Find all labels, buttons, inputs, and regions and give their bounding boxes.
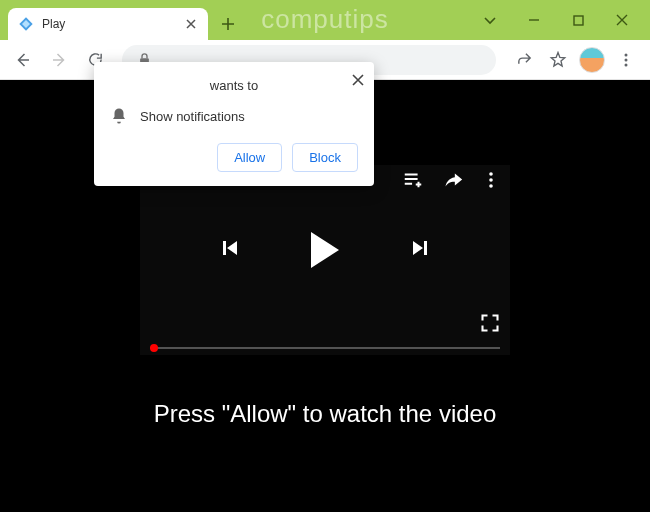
toolbar-right [508,44,642,76]
forward-button[interactable] [44,45,74,75]
svg-rect-0 [574,16,583,25]
avatar-icon [579,47,605,73]
titlebar: computips Play [0,0,650,40]
dialog-actions: Allow Block [110,143,358,172]
previous-track-icon[interactable] [217,236,241,264]
svg-point-3 [625,58,628,61]
block-button[interactable]: Block [292,143,358,172]
notification-permission-dialog: wants to Show notifications Allow Block [94,62,374,186]
video-player[interactable] [140,165,510,355]
profile-avatar[interactable] [576,44,608,76]
new-tab-button[interactable] [214,10,242,38]
svg-point-4 [625,63,628,66]
progress-thumb[interactable] [150,344,158,352]
tab-strip: Play [0,0,470,40]
tab-title: Play [42,17,176,31]
close-window-button[interactable] [602,5,642,35]
svg-point-2 [625,53,628,56]
dialog-close-icon[interactable] [352,72,364,90]
back-button[interactable] [8,45,38,75]
maximize-button[interactable] [558,5,598,35]
window-more-icon[interactable] [470,5,510,35]
progress-bar[interactable] [150,347,500,349]
share-icon[interactable] [508,44,540,76]
minimize-button[interactable] [514,5,554,35]
tab-favicon [18,16,34,32]
dialog-heading: wants to [110,78,358,93]
fullscreen-icon[interactable] [480,313,500,337]
next-track-icon[interactable] [409,236,433,264]
menu-icon[interactable] [610,44,642,76]
player-controls [140,165,510,335]
instruction-text: Press "Allow" to watch the video [0,400,650,428]
bell-icon [110,107,128,125]
window-controls [470,5,642,35]
permission-row: Show notifications [110,107,358,125]
play-icon [311,232,339,268]
allow-button[interactable]: Allow [217,143,282,172]
close-tab-icon[interactable] [184,17,198,31]
browser-tab[interactable]: Play [8,8,208,40]
permission-message: Show notifications [140,109,245,124]
bookmark-icon[interactable] [542,44,574,76]
play-button[interactable] [311,232,339,268]
